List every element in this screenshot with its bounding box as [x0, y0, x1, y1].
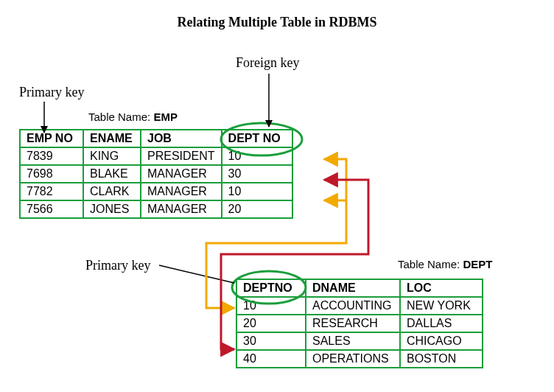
primary-key-label-2: Primary key: [85, 258, 150, 273]
table-header-row: EMP NO ENAME JOB DEPT NO: [20, 130, 292, 147]
dept-table-caption: Table Name: DEPT: [398, 258, 492, 270]
cell: JONES: [83, 200, 141, 218]
cell: 7698: [20, 165, 83, 183]
table-row: 7839 KING PRESIDENT 10: [20, 147, 292, 165]
table-row: 20 RESEARCH DALLAS: [236, 315, 483, 332]
cell: 20: [236, 315, 306, 332]
col-dname: DNAME: [306, 279, 400, 297]
cell: BOSTON: [400, 350, 483, 368]
table-row: 10 ACCOUNTING NEW YORK: [236, 297, 483, 315]
caption-prefix: Table Name:: [398, 258, 463, 270]
cell: 10: [222, 183, 292, 200]
cell: 40: [236, 350, 306, 368]
caption-prefix: Table Name:: [88, 111, 153, 123]
cell: MANAGER: [141, 200, 222, 218]
cell: MANAGER: [141, 183, 222, 200]
col-ename: ENAME: [83, 130, 141, 147]
col-deptno: DEPTNO: [236, 279, 306, 297]
table-row: 7782 CLARK MANAGER 10: [20, 183, 292, 200]
foreign-key-label: Foreign key: [236, 55, 299, 71]
table-row: 7566 JONES MANAGER 20: [20, 200, 292, 218]
cell: 30: [222, 165, 292, 183]
cell: BLAKE: [83, 165, 141, 183]
table-header-row: DEPTNO DNAME LOC: [236, 279, 483, 297]
cell: ACCOUNTING: [306, 297, 400, 315]
cell: 20: [222, 200, 292, 218]
table-row: 7698 BLAKE MANAGER 30: [20, 165, 292, 183]
table-row: 30 SALES CHICAGO: [236, 332, 483, 350]
diagram-title: Relating Multiple Table in RDBMS: [0, 0, 554, 30]
cell: 10: [236, 297, 306, 315]
cell: NEW YORK: [400, 297, 483, 315]
cell: SALES: [306, 332, 400, 350]
cell: 7566: [20, 200, 83, 218]
primary-key-label-1: Primary key: [19, 85, 84, 100]
cell: PRESIDENT: [141, 147, 222, 165]
dept-table: DEPTNO DNAME LOC 10 ACCOUNTING NEW YORK …: [236, 279, 483, 368]
cell: 30: [236, 332, 306, 350]
emp-table: EMP NO ENAME JOB DEPT NO 7839 KING PRESI…: [19, 129, 293, 219]
col-deptno: DEPT NO: [222, 130, 292, 147]
col-empno: EMP NO: [20, 130, 83, 147]
cell: 7839: [20, 147, 83, 165]
cell: MANAGER: [141, 165, 222, 183]
cell: RESEARCH: [306, 315, 400, 332]
caption-name: DEPT: [463, 258, 492, 270]
pk2-line: [159, 265, 234, 283]
caption-name: EMP: [153, 111, 178, 123]
cell: CLARK: [83, 183, 141, 200]
emp-table-caption: Table Name: EMP: [88, 111, 178, 123]
cell: CHICAGO: [400, 332, 483, 350]
cell: 10: [222, 147, 292, 165]
col-job: JOB: [141, 130, 222, 147]
cell: OPERATIONS: [306, 350, 400, 368]
col-loc: LOC: [400, 279, 483, 297]
table-row: 40 OPERATIONS BOSTON: [236, 350, 483, 368]
cell: 7782: [20, 183, 83, 200]
cell: DALLAS: [400, 315, 483, 332]
cell: KING: [83, 147, 141, 165]
